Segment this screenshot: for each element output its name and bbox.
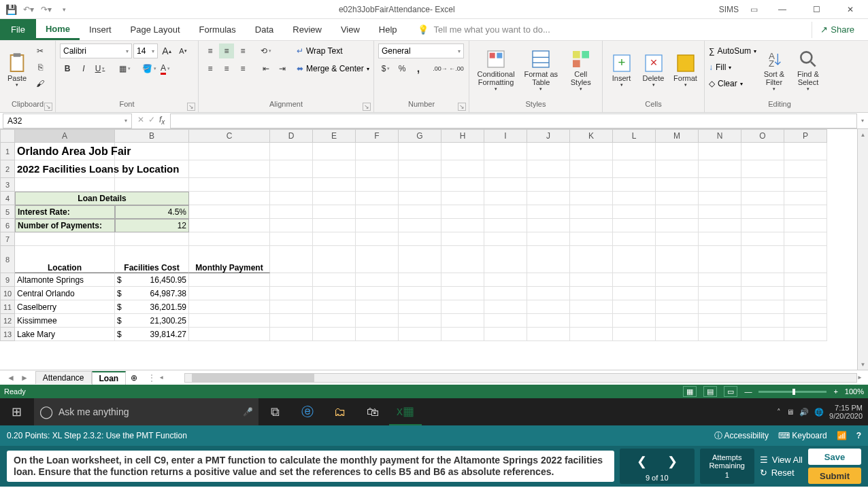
tab-review[interactable]: Review [283,19,331,40]
cell-A3[interactable] [15,178,115,192]
formula-bar-expand[interactable]: ▾ [861,118,868,124]
cell-B8[interactable]: Facilities Cost [115,246,189,273]
cell-B3[interactable] [115,178,189,192]
cell-C9[interactable] [189,273,270,287]
cell-F6[interactable] [356,219,399,232]
bold-button[interactable]: B [60,61,75,76]
taskbar-search[interactable]: ◯ Ask me anything 🎤 [34,398,258,425]
cell-M12[interactable] [656,314,699,328]
accounting-format-button[interactable]: $ [378,61,393,76]
cell-M9[interactable] [656,273,699,287]
maximize-button[interactable]: ☐ [803,0,830,19]
cell-F7[interactable] [356,232,399,246]
cell-G2[interactable] [399,160,441,178]
cell-H8[interactable] [441,246,484,273]
excel-taskbar-icon[interactable]: x▦ [389,398,422,425]
vertical-scrollbar[interactable]: ▲ ▼ [857,129,868,370]
minimize-button[interactable]: — [769,0,796,19]
cell-N12[interactable] [699,314,741,328]
sheet-tab-nav[interactable]: ◄► [0,373,35,383]
cell-F2[interactable] [356,160,399,178]
prev-step-button[interactable]: ❮ [637,454,647,469]
cell-D8[interactable] [270,246,313,273]
cell-P6[interactable] [784,219,827,232]
sort-filter-button[interactable]: AZ Sort & Filter▾ [759,43,789,97]
col-header-F[interactable]: F [356,129,399,143]
cell-D3[interactable] [270,178,313,192]
cell-C4[interactable] [189,192,270,205]
cell-D10[interactable] [270,287,313,300]
cell-O11[interactable] [741,300,784,314]
cell-J10[interactable] [527,287,570,300]
align-top-button[interactable]: ≡ [203,43,218,58]
taskbar-clock[interactable]: 7:15 PM 9/20/2020 [829,404,863,420]
merge-center-button[interactable]: ⬌ Merge & Center ▾ [297,61,369,76]
copy-button[interactable]: ⎘ [33,60,48,75]
cell-J2[interactable] [527,160,570,178]
cell-D2[interactable] [270,160,313,178]
cell-P10[interactable] [784,287,827,300]
tray-monitor-icon[interactable]: 🖥 [786,408,794,416]
cell-L3[interactable] [613,178,656,192]
zoom-value[interactable]: 100% [845,387,864,396]
row-header-1[interactable]: 1 [0,143,15,160]
cell-A4[interactable]: Loan Details [15,192,189,205]
cell-H7[interactable] [441,232,484,246]
cell-J8[interactable] [527,246,570,273]
cell-styles-button[interactable]: Cell Styles▾ [563,43,598,97]
row-header-2[interactable]: 2 [0,160,15,178]
cell-J1[interactable] [527,143,570,160]
cell-E6[interactable] [313,219,356,232]
help-icon[interactable]: ? [856,431,861,440]
tab-insert[interactable]: Insert [80,19,121,40]
cell-C13[interactable] [189,328,270,341]
col-header-D[interactable]: D [270,129,313,143]
cell-I6[interactable] [484,219,527,232]
cell-F5[interactable] [356,205,399,219]
row-header-8[interactable]: 8 [0,246,15,273]
cell-L7[interactable] [613,232,656,246]
cell-B6[interactable]: 12 [115,219,189,232]
mic-icon[interactable]: 🎤 [243,407,253,417]
cell-K10[interactable] [570,287,613,300]
cell-F8[interactable] [356,246,399,273]
zoom-out-button[interactable]: — [744,387,752,396]
align-bottom-button[interactable]: ≡ [235,43,250,58]
format-as-table-button[interactable]: Format as Table▾ [521,43,561,97]
cell-E2[interactable] [313,160,356,178]
sheet-tab-loan[interactable]: Loan [92,371,127,385]
file-tab[interactable]: File [0,19,36,40]
cell-H10[interactable] [441,287,484,300]
cell-N2[interactable] [699,160,741,178]
align-center-button[interactable]: ≡ [219,61,234,76]
cell-J7[interactable] [527,232,570,246]
save-icon[interactable]: 💾 [3,1,19,18]
paste-button[interactable]: Paste ▾ [4,43,30,97]
tab-home[interactable]: Home [36,19,80,40]
cell-D9[interactable] [270,273,313,287]
cell-A5[interactable]: Interest Rate: [15,205,115,219]
cell-P13[interactable] [784,328,827,341]
row-header-13[interactable]: 13 [0,328,15,341]
cell-L6[interactable] [613,219,656,232]
cell-P1[interactable] [784,143,827,160]
font-launcher[interactable]: ↘ [187,103,195,111]
cell-G3[interactable] [399,178,441,192]
cell-K1[interactable] [570,143,613,160]
cell-J13[interactable] [527,328,570,341]
cell-J6[interactable] [527,219,570,232]
row-header-7[interactable]: 7 [0,232,15,246]
cell-A2[interactable]: 2022 Facilities Loans by Location [15,160,115,178]
task-view-button[interactable]: ⧉ [258,398,291,425]
row-header-3[interactable]: 3 [0,178,15,192]
accessibility-link[interactable]: ⓘ Accessibility [714,430,769,442]
close-button[interactable]: ✕ [837,0,864,19]
cell-F1[interactable] [356,143,399,160]
orientation-button[interactable]: ⟲ [258,43,273,58]
col-header-H[interactable]: H [441,129,484,143]
cell-O9[interactable] [741,273,784,287]
insert-cells-button[interactable]: + Insert▾ [607,43,636,97]
cell-G6[interactable] [399,219,441,232]
spreadsheet-grid[interactable]: ABCDEFGHIJKLMNOP 12345678910111213 Orlan… [0,129,868,370]
row-header-5[interactable]: 5 [0,205,15,219]
